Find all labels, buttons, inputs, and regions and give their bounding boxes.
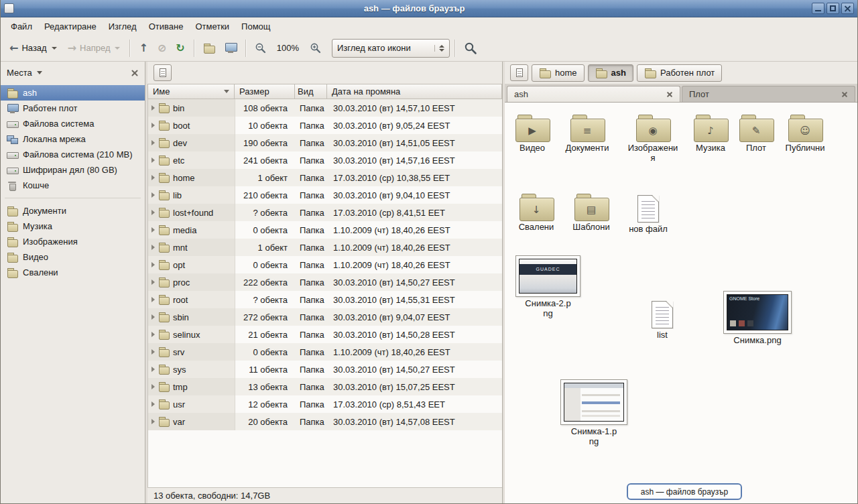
path-button[interactable]: ash bbox=[588, 64, 633, 82]
expander-icon[interactable] bbox=[151, 367, 155, 372]
expander-icon[interactable] bbox=[151, 175, 155, 180]
table-row[interactable]: bin 108 обекта Папка 30.03.2010 (вт) 14,… bbox=[148, 99, 502, 117]
expander-icon[interactable] bbox=[151, 262, 155, 267]
chevron-down-icon[interactable] bbox=[37, 71, 42, 74]
expander-icon[interactable] bbox=[151, 227, 155, 233]
sidebar-item[interactable]: Кошче bbox=[1, 178, 145, 193]
icon-view-item-downloads[interactable]: ↓ Свалени bbox=[509, 194, 563, 233]
table-row[interactable]: usr 12 обекта Папка 17.03.2010 (ср) 8,51… bbox=[148, 395, 502, 413]
icon-view-item-snimka[interactable]: GNOME Store Снимка.png bbox=[723, 291, 792, 346]
search-button[interactable] bbox=[460, 38, 481, 58]
expander-icon[interactable] bbox=[151, 332, 155, 337]
computer-button[interactable] bbox=[221, 40, 241, 56]
expander-icon[interactable] bbox=[151, 210, 155, 215]
toggle-location-bar-button[interactable] bbox=[154, 64, 172, 81]
forward-button[interactable]: → Напред bbox=[63, 40, 125, 57]
toggle-location-bar-button[interactable] bbox=[510, 64, 528, 81]
expander-icon[interactable] bbox=[151, 123, 155, 128]
table-row[interactable]: media 0 обекта Папка 1.10.2009 (чт) 18,4… bbox=[148, 221, 502, 239]
expander-icon[interactable] bbox=[151, 140, 155, 145]
view-mode-select[interactable]: Изглед като икони bbox=[332, 39, 450, 58]
table-row[interactable]: var 20 обекта Папка 30.03.2010 (вт) 14,5… bbox=[148, 413, 502, 430]
expander-icon[interactable] bbox=[151, 419, 155, 424]
icon-view-item-snimka1[interactable]: Снимка-1.png bbox=[560, 379, 627, 447]
table-row[interactable]: boot 10 обекта Папка 30.03.2010 (вт) 9,0… bbox=[148, 117, 502, 134]
sidebar-close-icon[interactable] bbox=[131, 69, 139, 77]
table-row[interactable]: sys 11 обекта Папка 30.03.2010 (вт) 14,5… bbox=[148, 361, 502, 378]
sidebar-item[interactable]: Видео bbox=[1, 249, 145, 265]
column-header-size[interactable]: Размер bbox=[235, 84, 295, 99]
sidebar-item[interactable]: Свалени bbox=[1, 265, 145, 280]
table-row[interactable]: proc 222 обекта Папка 30.03.2010 (вт) 14… bbox=[148, 273, 502, 291]
menu-item[interactable]: Отиване bbox=[143, 19, 190, 34]
expander-icon[interactable] bbox=[151, 349, 155, 355]
menu-item[interactable]: Помощ bbox=[235, 19, 276, 34]
chevron-down-icon[interactable] bbox=[115, 47, 120, 50]
menu-item[interactable]: Редактиране bbox=[38, 19, 103, 34]
zoom-in-button[interactable] bbox=[306, 39, 325, 57]
expander-icon[interactable] bbox=[151, 105, 155, 111]
icon-view-item-snimka2[interactable]: GUADEC Снимка-2.png bbox=[515, 255, 581, 319]
icon-view-item-desktop[interactable]: ✎ Плот bbox=[729, 115, 783, 153]
expander-icon[interactable] bbox=[151, 401, 155, 407]
combo-spinner-icon[interactable] bbox=[434, 45, 444, 52]
expander-icon[interactable] bbox=[151, 297, 155, 302]
table-row[interactable]: lib 210 обекта Папка 30.03.2010 (вт) 9,0… bbox=[148, 186, 502, 204]
chevron-down-icon[interactable] bbox=[52, 47, 57, 50]
menu-item[interactable]: Отметки bbox=[189, 19, 235, 34]
menu-item[interactable]: Изглед bbox=[103, 19, 143, 34]
taskbar-window-button[interactable]: ash — файлов браузър bbox=[627, 483, 742, 500]
icon-view-item-templates[interactable]: ▤ Шаблони bbox=[564, 194, 618, 233]
titlebar[interactable]: ash — файлов браузър bbox=[1, 0, 857, 17]
table-row[interactable]: tmp 13 обекта Папка 30.03.2010 (вт) 15,0… bbox=[148, 378, 502, 395]
expander-icon[interactable] bbox=[151, 279, 155, 285]
reload-button[interactable]: ↻ bbox=[172, 40, 188, 57]
sidebar-item[interactable]: Работен плот bbox=[1, 101, 145, 116]
expander-icon[interactable] bbox=[151, 245, 155, 250]
minimize-button[interactable] bbox=[812, 3, 824, 14]
home-button[interactable] bbox=[199, 40, 219, 56]
column-header-name[interactable]: Име bbox=[147, 84, 235, 99]
sidebar-item[interactable]: Шифриран дял (80 GB) bbox=[1, 162, 145, 178]
menu-item[interactable]: Файл bbox=[5, 19, 38, 34]
expander-icon[interactable] bbox=[151, 384, 155, 389]
path-button[interactable]: home bbox=[532, 64, 585, 82]
sidebar-item[interactable]: Локална мрежа bbox=[1, 131, 145, 147]
icon-view-item-documents[interactable]: ≡ Документи bbox=[560, 115, 614, 153]
tab-close-icon[interactable] bbox=[666, 91, 673, 98]
table-row[interactable]: opt 0 обекта Папка 1.10.2009 (чт) 18,40,… bbox=[148, 256, 502, 273]
table-row[interactable]: selinux 21 обекта Папка 30.03.2010 (вт) … bbox=[148, 326, 502, 343]
table-row[interactable]: mnt 1 обект Папка 1.10.2009 (чт) 18,40,2… bbox=[148, 239, 502, 256]
icon-view-item-public[interactable]: ☺ Публични bbox=[778, 115, 832, 153]
icon-view[interactable]: ▶ Видео ≡ Документи ◉ Изображения ♪ Музи… bbox=[505, 103, 857, 503]
tab[interactable]: ash bbox=[507, 86, 680, 102]
sidebar-item[interactable]: Файлова система (210 MB) bbox=[1, 147, 145, 162]
sidebar-item[interactable]: Документи bbox=[1, 203, 145, 218]
table-row[interactable]: dev 190 обекта Папка 30.03.2010 (вт) 14,… bbox=[148, 134, 502, 151]
expander-icon[interactable] bbox=[151, 192, 155, 198]
back-button[interactable]: ← Назад bbox=[5, 40, 62, 57]
icon-view-item-pictures[interactable]: ◉ Изображения bbox=[626, 115, 680, 164]
table-row[interactable]: home 1 обект Папка 17.03.2010 (ср) 10,38… bbox=[148, 169, 502, 186]
icon-view-item-list[interactable]: list bbox=[635, 301, 689, 340]
table-row[interactable]: root ? обекта Папка 30.03.2010 (вт) 14,5… bbox=[148, 291, 502, 308]
icon-view-item-video[interactable]: ▶ Видео bbox=[505, 115, 559, 153]
stop-button[interactable]: ⊘ bbox=[154, 40, 170, 57]
table-row[interactable]: srv 0 обекта Папка 1.10.2009 (чт) 18,40,… bbox=[148, 343, 502, 361]
zoom-out-button[interactable] bbox=[251, 39, 270, 57]
path-button[interactable]: Работен плот bbox=[637, 64, 722, 82]
column-header-type[interactable]: Вид bbox=[295, 84, 327, 99]
expander-icon[interactable] bbox=[151, 158, 155, 163]
close-button[interactable] bbox=[841, 3, 854, 14]
up-button[interactable]: ↑ bbox=[135, 40, 151, 57]
tab[interactable]: Плот bbox=[682, 86, 855, 102]
expander-icon[interactable] bbox=[151, 314, 155, 320]
column-header-date[interactable]: Дата на промяна bbox=[327, 84, 502, 99]
table-row[interactable]: sbin 272 обекта Папка 30.03.2010 (вт) 9,… bbox=[148, 308, 502, 326]
sidebar-item[interactable]: ash bbox=[1, 85, 145, 101]
table-row[interactable]: lost+found ? обекта Папка 17.03.2010 (ср… bbox=[148, 204, 502, 221]
sidebar-item[interactable]: Изображения bbox=[1, 234, 145, 249]
maximize-button[interactable] bbox=[826, 3, 839, 14]
sidebar-item[interactable]: Музика bbox=[1, 218, 145, 234]
icon-view-item-new-file[interactable]: нов файл bbox=[621, 195, 675, 235]
